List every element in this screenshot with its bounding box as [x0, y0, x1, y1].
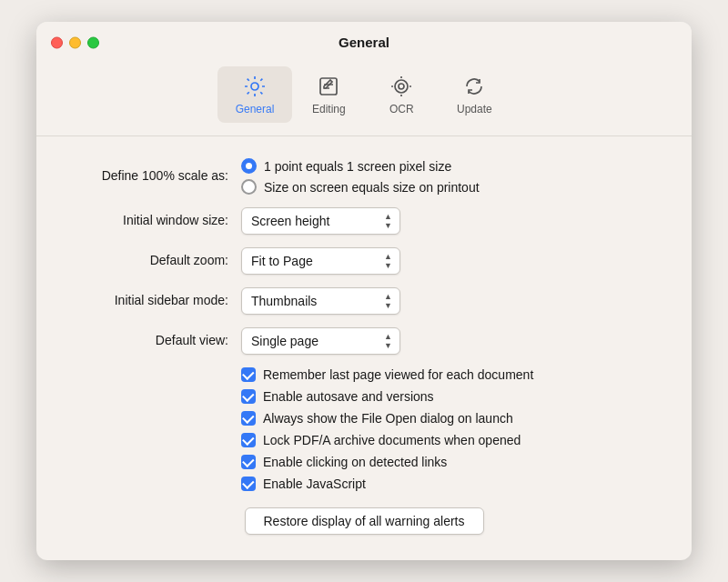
svg-point-5 — [399, 84, 404, 89]
maximize-button[interactable] — [87, 36, 99, 48]
checkboxes-block: Remember last page viewed for each docum… — [241, 367, 655, 491]
default-view-value: Single page — [251, 334, 318, 348]
ocr-icon — [389, 74, 414, 99]
minimize-button[interactable] — [69, 36, 81, 48]
radio-printout[interactable]: Size on screen equals size on printout — [241, 179, 480, 195]
default-view-select[interactable]: Single page ▲▼ — [241, 327, 400, 355]
zoom-select[interactable]: Fit to Page ▲▼ — [241, 247, 400, 275]
zoom-label: Default zoom: — [73, 252, 241, 270]
zoom-value: Fit to Page — [251, 254, 313, 268]
window-size-label: Initial window size: — [73, 212, 241, 230]
window-title: General — [339, 35, 389, 50]
radio-pixel[interactable]: 1 point equals 1 screen pixel size — [241, 158, 480, 174]
window-size-row: Initial window size: Screen height ▲▼ — [73, 207, 655, 235]
checkbox-clicklinks-label: Enable clicking on detected links — [263, 455, 447, 469]
tab-general-label: General — [236, 103, 275, 115]
radio-pixel-label: 1 point equals 1 screen pixel size — [264, 159, 451, 174]
checkbox-lockpdfa-label: Lock PDF/A archive documents when opened — [263, 433, 521, 447]
tab-general[interactable]: General — [217, 66, 293, 123]
checkbox-javascript[interactable]: Enable JavaScript — [241, 477, 655, 491]
checkbox-clicklinks[interactable]: Enable clicking on detected links — [241, 455, 655, 469]
content-area: Define 100% scale as: 1 point equals 1 s… — [36, 136, 692, 560]
titlebar: General — [36, 22, 692, 59]
checkbox-fileopendialog-label: Always show the File Open dialog on laun… — [263, 411, 513, 426]
default-view-row: Default view: Single page ▲▼ — [73, 327, 655, 355]
svg-point-0 — [251, 83, 258, 90]
tab-editing-label: Editing — [312, 103, 346, 115]
tab-editing[interactable]: Editing — [292, 66, 365, 123]
svg-point-4 — [395, 80, 408, 93]
scale-label: Define 100% scale as: — [73, 167, 241, 186]
toolbar: General Editing — [36, 59, 692, 136]
scale-row: Define 100% scale as: 1 point equals 1 s… — [73, 158, 655, 195]
radio-printout-label: Size on screen equals size on printout — [264, 180, 480, 195]
sidebar-mode-label: Initial sidebar mode: — [73, 292, 241, 310]
zoom-chevrons-icon: ▲▼ — [384, 252, 392, 270]
checkbox-lockpdfa-box[interactable] — [241, 433, 256, 447]
radio-printout-circle[interactable] — [241, 179, 257, 195]
checkbox-lockpdfa[interactable]: Lock PDF/A archive documents when opened — [241, 433, 655, 447]
restore-button[interactable]: Restore display of all warning alerts — [245, 507, 484, 535]
checkbox-autosave-box[interactable] — [241, 389, 256, 404]
default-view-label: Default view: — [73, 332, 241, 350]
sidebar-mode-select[interactable]: Thumbnails ▲▼ — [241, 287, 400, 315]
window-size-select[interactable]: Screen height ▲▼ — [241, 207, 400, 235]
chevrons-icon: ▲▼ — [384, 212, 392, 230]
tab-update[interactable]: Update — [438, 66, 511, 123]
checkbox-javascript-box[interactable] — [241, 477, 256, 491]
checkbox-autosave[interactable]: Enable autosave and versions — [241, 389, 655, 404]
checkbox-fileopendialog[interactable]: Always show the File Open dialog on laun… — [241, 411, 655, 426]
sidebar-mode-value: Thumbnails — [251, 294, 317, 308]
scale-radio-group: 1 point equals 1 screen pixel size Size … — [241, 158, 480, 195]
tab-update-label: Update — [457, 103, 492, 115]
tab-ocr-label: OCR — [389, 103, 414, 115]
traffic-lights — [51, 36, 99, 48]
bottom-section: Restore display of all warning alerts — [73, 507, 655, 535]
update-icon — [461, 74, 487, 99]
zoom-row: Default zoom: Fit to Page ▲▼ — [73, 247, 655, 275]
sidebar-mode-row: Initial sidebar mode: Thumbnails ▲▼ — [73, 287, 655, 315]
checkbox-fileopendialog-box[interactable] — [241, 411, 256, 426]
checkbox-clicklinks-box[interactable] — [241, 455, 256, 469]
checkbox-autosave-label: Enable autosave and versions — [263, 389, 434, 404]
main-window: General General Editin — [36, 22, 692, 560]
view-chevrons-icon: ▲▼ — [384, 332, 392, 350]
checkbox-remember-label: Remember last page viewed for each docum… — [263, 367, 533, 382]
checkbox-remember[interactable]: Remember last page viewed for each docum… — [241, 367, 655, 382]
window-size-value: Screen height — [251, 214, 329, 228]
close-button[interactable] — [51, 36, 63, 48]
sidebar-chevrons-icon: ▲▼ — [384, 292, 392, 310]
edit-icon — [316, 74, 341, 99]
radio-pixel-circle[interactable] — [241, 158, 257, 174]
checkbox-javascript-label: Enable JavaScript — [263, 477, 366, 491]
gear-icon — [242, 74, 268, 99]
checkbox-remember-box[interactable] — [241, 367, 256, 382]
tab-ocr[interactable]: OCR — [365, 66, 438, 123]
